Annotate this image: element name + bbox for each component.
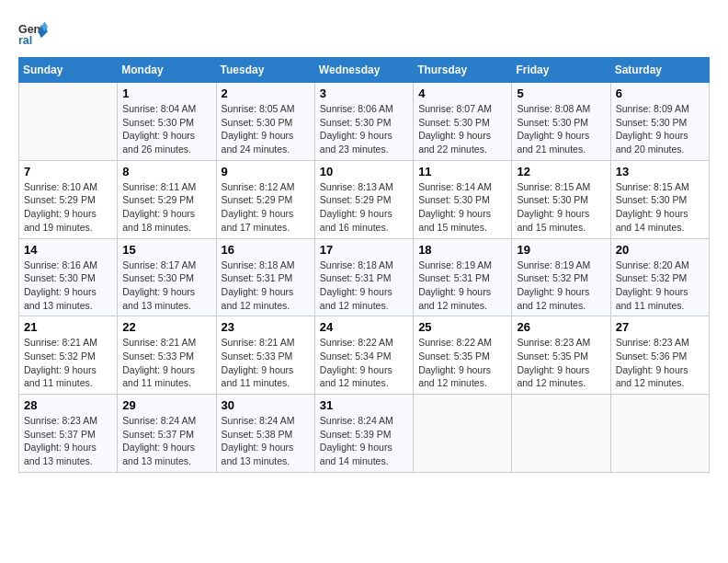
- calendar-cell: 19Sunrise: 8:19 AMSunset: 5:32 PMDayligh…: [512, 238, 610, 316]
- day-info: Sunrise: 8:21 AMSunset: 5:33 PMDaylight:…: [122, 336, 210, 390]
- calendar-cell: 13Sunrise: 8:15 AMSunset: 5:30 PMDayligh…: [610, 160, 709, 238]
- day-number: 1: [122, 86, 210, 100]
- day-number: 16: [222, 243, 310, 257]
- calendar-cell: 2Sunrise: 8:05 AMSunset: 5:30 PMDaylight…: [216, 83, 314, 161]
- calendar-cell: 4Sunrise: 8:07 AMSunset: 5:30 PMDaylight…: [414, 83, 512, 161]
- day-info: Sunrise: 8:15 AMSunset: 5:30 PMDaylight:…: [616, 180, 704, 235]
- day-info: Sunrise: 8:21 AMSunset: 5:33 PMDaylight:…: [222, 336, 310, 390]
- day-info: Sunrise: 8:18 AMSunset: 5:31 PMDaylight:…: [222, 259, 310, 313]
- day-info: Sunrise: 8:20 AMSunset: 5:32 PMDaylight:…: [616, 259, 704, 313]
- day-info: Sunrise: 8:24 AMSunset: 5:37 PMDaylight:…: [122, 414, 210, 468]
- day-number: 24: [320, 320, 408, 334]
- day-number: 17: [320, 243, 408, 257]
- weekday-header: Wednesday: [314, 58, 413, 83]
- calendar-cell: 5Sunrise: 8:08 AMSunset: 5:30 PMDaylight…: [512, 83, 610, 161]
- day-info: Sunrise: 8:23 AMSunset: 5:37 PMDaylight:…: [24, 414, 112, 468]
- day-info: Sunrise: 8:13 AMSunset: 5:29 PMDaylight:…: [320, 180, 408, 235]
- day-number: 19: [517, 243, 605, 257]
- day-info: Sunrise: 8:19 AMSunset: 5:32 PMDaylight:…: [517, 259, 605, 313]
- day-number: 21: [24, 320, 112, 334]
- day-number: 23: [222, 320, 310, 334]
- day-info: Sunrise: 8:18 AMSunset: 5:31 PMDaylight:…: [320, 259, 408, 313]
- calendar-cell: 24Sunrise: 8:22 AMSunset: 5:34 PMDayligh…: [314, 316, 413, 395]
- calendar-cell: 23Sunrise: 8:21 AMSunset: 5:33 PMDayligh…: [216, 316, 314, 395]
- calendar-cell: 20Sunrise: 8:20 AMSunset: 5:32 PMDayligh…: [610, 238, 709, 316]
- logo: Gene ral: [18, 18, 51, 48]
- day-number: 30: [222, 398, 310, 412]
- day-info: Sunrise: 8:05 AMSunset: 5:30 PMDaylight:…: [222, 102, 310, 156]
- day-info: Sunrise: 8:19 AMSunset: 5:31 PMDaylight:…: [418, 259, 506, 313]
- calendar-week-row: 21Sunrise: 8:21 AMSunset: 5:32 PMDayligh…: [19, 316, 710, 395]
- calendar-week-row: 1Sunrise: 8:04 AMSunset: 5:30 PMDaylight…: [19, 83, 710, 161]
- day-number: 20: [616, 243, 704, 257]
- calendar-cell: 3Sunrise: 8:06 AMSunset: 5:30 PMDaylight…: [314, 83, 413, 161]
- day-number: 6: [616, 86, 704, 100]
- day-number: 11: [418, 165, 506, 178]
- day-number: 27: [616, 320, 704, 334]
- page-header: Gene ral: [18, 18, 710, 48]
- day-info: Sunrise: 8:21 AMSunset: 5:32 PMDaylight:…: [24, 336, 112, 390]
- calendar-cell: 10Sunrise: 8:13 AMSunset: 5:29 PMDayligh…: [314, 160, 413, 238]
- day-number: 10: [320, 165, 408, 178]
- calendar-cell: [512, 395, 610, 473]
- day-info: Sunrise: 8:16 AMSunset: 5:30 PMDaylight:…: [24, 259, 112, 313]
- calendar-cell: 7Sunrise: 8:10 AMSunset: 5:29 PMDaylight…: [19, 160, 118, 238]
- logo-icon: Gene ral: [18, 18, 48, 48]
- day-number: 22: [122, 320, 210, 334]
- weekday-header: Saturday: [610, 58, 709, 83]
- day-info: Sunrise: 8:24 AMSunset: 5:38 PMDaylight:…: [222, 414, 310, 468]
- day-info: Sunrise: 8:17 AMSunset: 5:30 PMDaylight:…: [122, 259, 210, 313]
- day-info: Sunrise: 8:15 AMSunset: 5:30 PMDaylight:…: [517, 180, 605, 235]
- day-info: Sunrise: 8:11 AMSunset: 5:29 PMDaylight:…: [122, 180, 210, 235]
- day-info: Sunrise: 8:06 AMSunset: 5:30 PMDaylight:…: [320, 102, 408, 156]
- calendar-cell: 27Sunrise: 8:23 AMSunset: 5:36 PMDayligh…: [610, 316, 709, 395]
- calendar-cell: 22Sunrise: 8:21 AMSunset: 5:33 PMDayligh…: [118, 316, 216, 395]
- day-number: 2: [222, 86, 310, 100]
- calendar-cell: 8Sunrise: 8:11 AMSunset: 5:29 PMDaylight…: [118, 160, 216, 238]
- calendar-cell: 30Sunrise: 8:24 AMSunset: 5:38 PMDayligh…: [216, 395, 314, 473]
- day-info: Sunrise: 8:10 AMSunset: 5:29 PMDaylight:…: [24, 180, 112, 235]
- day-info: Sunrise: 8:22 AMSunset: 5:35 PMDaylight:…: [418, 336, 506, 390]
- day-info: Sunrise: 8:22 AMSunset: 5:34 PMDaylight:…: [320, 336, 408, 390]
- day-info: Sunrise: 8:14 AMSunset: 5:30 PMDaylight:…: [418, 180, 506, 235]
- day-number: 25: [418, 320, 506, 334]
- calendar-week-row: 7Sunrise: 8:10 AMSunset: 5:29 PMDaylight…: [19, 160, 710, 238]
- calendar-cell: 17Sunrise: 8:18 AMSunset: 5:31 PMDayligh…: [314, 238, 413, 316]
- weekday-header: Sunday: [19, 58, 118, 83]
- calendar-cell: 25Sunrise: 8:22 AMSunset: 5:35 PMDayligh…: [414, 316, 512, 395]
- day-number: 18: [418, 243, 506, 257]
- calendar-cell: 15Sunrise: 8:17 AMSunset: 5:30 PMDayligh…: [118, 238, 216, 316]
- calendar-table: SundayMondayTuesdayWednesdayThursdayFrid…: [18, 57, 710, 473]
- day-number: 28: [24, 398, 112, 412]
- day-info: Sunrise: 8:07 AMSunset: 5:30 PMDaylight:…: [418, 102, 506, 156]
- day-number: 13: [616, 165, 704, 178]
- day-number: 4: [418, 86, 506, 100]
- calendar-cell: [414, 395, 512, 473]
- day-number: 7: [24, 165, 112, 178]
- day-number: 15: [122, 243, 210, 257]
- calendar-week-row: 28Sunrise: 8:23 AMSunset: 5:37 PMDayligh…: [19, 395, 710, 473]
- weekday-header: Thursday: [414, 58, 512, 83]
- calendar-cell: [19, 83, 118, 161]
- day-info: Sunrise: 8:24 AMSunset: 5:39 PMDaylight:…: [320, 414, 408, 468]
- calendar-cell: 28Sunrise: 8:23 AMSunset: 5:37 PMDayligh…: [19, 395, 118, 473]
- day-info: Sunrise: 8:09 AMSunset: 5:30 PMDaylight:…: [616, 102, 704, 156]
- day-info: Sunrise: 8:08 AMSunset: 5:30 PMDaylight:…: [517, 102, 605, 156]
- day-number: 8: [122, 165, 210, 178]
- day-number: 14: [24, 243, 112, 257]
- weekday-header: Tuesday: [216, 58, 314, 83]
- weekday-header: Monday: [118, 58, 216, 83]
- day-number: 29: [122, 398, 210, 412]
- calendar-cell: 26Sunrise: 8:23 AMSunset: 5:35 PMDayligh…: [512, 316, 610, 395]
- day-number: 3: [320, 86, 408, 100]
- calendar-cell: 21Sunrise: 8:21 AMSunset: 5:32 PMDayligh…: [19, 316, 118, 395]
- day-info: Sunrise: 8:04 AMSunset: 5:30 PMDaylight:…: [122, 102, 210, 156]
- weekday-header: Friday: [512, 58, 610, 83]
- calendar-cell: 31Sunrise: 8:24 AMSunset: 5:39 PMDayligh…: [314, 395, 413, 473]
- calendar-week-row: 14Sunrise: 8:16 AMSunset: 5:30 PMDayligh…: [19, 238, 710, 316]
- day-info: Sunrise: 8:23 AMSunset: 5:36 PMDaylight:…: [616, 336, 704, 390]
- svg-text:ral: ral: [18, 34, 32, 47]
- calendar-cell: 18Sunrise: 8:19 AMSunset: 5:31 PMDayligh…: [414, 238, 512, 316]
- day-number: 31: [320, 398, 408, 412]
- day-number: 26: [517, 320, 605, 334]
